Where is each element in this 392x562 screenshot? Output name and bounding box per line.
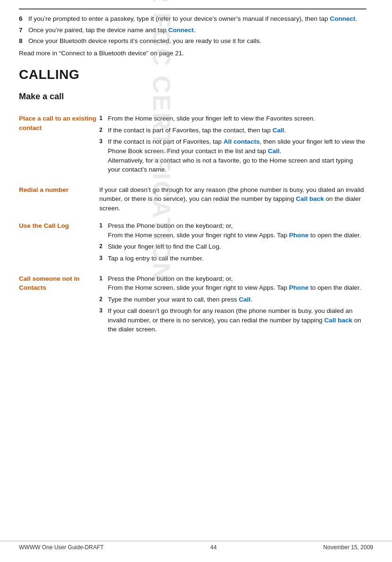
step-call-log-3: 3 Tap a log entry to call the number.	[99, 254, 366, 263]
phone-link-1: Phone	[289, 232, 308, 239]
step-text-3a: If the contact is not part of Favorites,…	[108, 137, 366, 174]
steps-call-not-contacts: 1 Press the Phone button on the keyboard…	[99, 272, 366, 338]
calling-heading: CALLING	[19, 67, 366, 82]
step-place-call-3: 3 If the contact is not part of Favorite…	[99, 137, 366, 174]
label-call-log: Use the Call Log	[19, 219, 99, 267]
intro-num-7: 7	[19, 26, 28, 35]
row-call-log: Use the Call Log 1 Press the Phone butto…	[19, 219, 366, 267]
step-place-call-1: 1 From the Home screen, slide your finge…	[99, 114, 366, 123]
step-not-contacts-2: 2 Type the number your want to call, the…	[99, 295, 366, 304]
content-table: Place a call to an existing contact 1 Fr…	[19, 112, 366, 338]
row-call-not-contacts: Call someone not in Contacts 1 Press the…	[19, 272, 366, 338]
top-rule	[19, 9, 366, 9]
step-text-2c: Type the number your want to call, then …	[108, 295, 366, 304]
step-call-log-2: 2 Slide your finger left to find the Cal…	[99, 242, 366, 251]
intro-text-8: Once your Bluetooth device reports it’s …	[28, 36, 366, 46]
step-text-2b: Slide your finger left to find the Call …	[108, 242, 366, 251]
footer-left: WWWW One User Guide-DRAFT	[19, 544, 104, 551]
row-redial: Redial a number If your call doesn’t go …	[19, 183, 366, 215]
step-not-contacts-1: 1 Press the Phone button on the keyboard…	[99, 274, 366, 293]
step-list-call-log: 1 Press the Phone button on the keyboard…	[99, 221, 366, 263]
text-redial: If your call doesn’t go through for any …	[99, 183, 366, 215]
step-list-place-call: 1 From the Home screen, slide your finge…	[99, 114, 366, 174]
step-text-3c: If your call doesn’t go through for any …	[108, 306, 366, 334]
call-back-link-1: Call back	[296, 195, 324, 202]
intro-text-6: If you’re prompted to enter a passkey, t…	[28, 14, 366, 24]
label-place-call: Place a call to an existing contact	[19, 112, 99, 178]
phone-link-2: Phone	[289, 284, 308, 291]
step-text-1c: Press the Phone button on the keyboard; …	[108, 274, 366, 293]
step-num-1c: 1	[99, 275, 108, 283]
intro-item-8: 8 Once your Bluetooth device reports it’…	[19, 36, 366, 46]
label-call-not-contacts: Call someone not in Contacts	[19, 272, 99, 338]
intro-num-8: 8	[19, 36, 28, 46]
row-place-call: Place a call to an existing contact 1 Fr…	[19, 112, 366, 178]
connect-link-2: Connect	[168, 26, 194, 34]
step-text-1a: From the Home screen, slide your finger …	[108, 114, 366, 123]
step-text-1b: Press the Phone button on the keyboard; …	[108, 221, 366, 240]
step-call-log-1: 1 Press the Phone button on the keyboard…	[99, 221, 366, 240]
step-num-3c: 3	[99, 307, 108, 315]
step-list-not-contacts: 1 Press the Phone button on the keyboard…	[99, 274, 366, 334]
make-a-call-heading: Make a call	[19, 92, 366, 102]
step-num-2b: 2	[99, 242, 108, 251]
steps-place-call: 1 From the Home screen, slide your finge…	[99, 112, 366, 178]
step-num-2a: 2	[99, 126, 108, 134]
intro-text-7: Once you’re paired, tap the device name …	[28, 26, 366, 35]
step-num-3b: 3	[99, 254, 108, 262]
all-contacts-link: All contacts	[224, 138, 260, 145]
step-place-call-2: 2 If the contact is part of Favorites, t…	[99, 126, 366, 135]
step-not-contacts-3: 3 If your call doesn’t go through for an…	[99, 306, 366, 334]
read-more-text: Read more in “Connect to a Bluetooth dev…	[19, 49, 366, 58]
intro-num-6: 6	[19, 14, 28, 24]
footer-right: November 15, 2009	[323, 544, 373, 551]
call-back-link-2: Call back	[324, 317, 352, 324]
spacer-1	[19, 179, 366, 183]
intro-item-7: 7 Once you’re paired, tap the device nam…	[19, 26, 366, 35]
step-num-3a: 3	[99, 138, 108, 146]
call-link-1: Call	[272, 127, 284, 134]
footer-center: 44	[210, 544, 217, 551]
step-text-3b: Tap a log entry to call the number.	[108, 254, 366, 263]
intro-item-6: 6 If you’re prompted to enter a passkey,…	[19, 14, 366, 24]
spacer-3	[19, 268, 366, 272]
footer: WWWW One User Guide-DRAFT 44 November 15…	[0, 541, 392, 551]
step-text-2a: If the contact is part of Favorites, tap…	[108, 126, 366, 135]
step-num-1a: 1	[99, 114, 108, 122]
label-redial: Redial a number	[19, 183, 99, 215]
call-link-3: Call	[239, 296, 251, 303]
spacer-2	[19, 215, 366, 219]
steps-call-log: 1 Press the Phone button on the keyboard…	[99, 219, 366, 267]
step-num-1b: 1	[99, 222, 108, 230]
intro-section: 6 If you’re prompted to enter a passkey,…	[19, 14, 366, 58]
call-link-2: Call	[268, 147, 279, 155]
connect-link-1: Connect	[330, 15, 356, 22]
page-container: PREPARED FOR FCC CERTIFICATION 6 If you’…	[0, 0, 392, 562]
step-num-2c: 2	[99, 295, 108, 303]
